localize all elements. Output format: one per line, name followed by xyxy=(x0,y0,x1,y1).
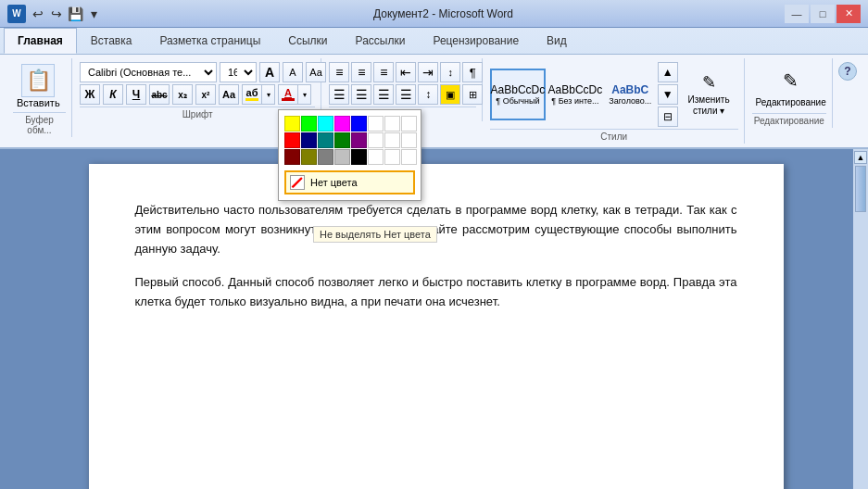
editing-group-label: Редактирование xyxy=(752,113,826,126)
paste-button[interactable]: 📋 Вставить xyxy=(13,62,64,110)
styles-scroll-down-button[interactable]: ▼ xyxy=(658,84,678,105)
fontcolor-color-bar xyxy=(282,98,295,101)
tab-page-layout[interactable]: Разметка страницы xyxy=(145,28,274,54)
fontcolor-dropdown-arrow[interactable]: ▾ xyxy=(297,84,310,105)
italic-button[interactable]: К xyxy=(103,84,123,105)
color-white2[interactable] xyxy=(384,116,400,132)
color-purple[interactable] xyxy=(351,132,367,148)
show-marks-button[interactable]: ¶ xyxy=(462,62,483,82)
color-magenta[interactable] xyxy=(334,116,350,132)
font-name-select[interactable]: Calibri (Основная те... xyxy=(80,62,217,82)
customize-qa-button[interactable]: ▾ xyxy=(85,6,102,22)
tab-view[interactable]: Вид xyxy=(533,28,581,54)
color-white8[interactable] xyxy=(384,149,400,165)
style-heading1-label: Заголово... xyxy=(609,96,651,106)
color-blue[interactable] xyxy=(351,116,367,132)
undo-button[interactable]: ↩ xyxy=(30,6,46,22)
font-controls: Calibri (Основная те... 16 A A Аа Ж К Ч xyxy=(80,62,326,105)
decrease-indent-button[interactable]: ⇤ xyxy=(396,62,416,82)
style-normal[interactable]: AaBbCcDc ¶ Обычный xyxy=(490,69,546,120)
color-light-gray[interactable] xyxy=(334,149,350,165)
color-bright-green[interactable] xyxy=(301,116,317,132)
bullets-button[interactable]: ≡ xyxy=(329,62,349,82)
styles-group-label: Стили xyxy=(490,129,738,142)
styles-more-button[interactable]: ⊟ xyxy=(658,107,678,127)
help-button[interactable]: ? xyxy=(835,58,861,84)
tab-home[interactable]: Главная xyxy=(4,28,77,54)
align-center-button[interactable]: ☰ xyxy=(351,84,371,105)
multilevel-button[interactable]: ≡ xyxy=(373,62,394,82)
highlight-dropdown-arrow[interactable]: ▾ xyxy=(261,84,274,105)
close-button[interactable]: ✕ xyxy=(837,5,861,23)
color-white7[interactable] xyxy=(368,149,384,165)
fontcolor-button[interactable]: А xyxy=(279,84,297,105)
shading-button[interactable]: ▣ xyxy=(440,84,460,105)
color-white9[interactable] xyxy=(401,149,417,165)
scroll-up-button[interactable]: ▲ xyxy=(854,151,867,164)
font-shrink-button[interactable]: A xyxy=(283,62,303,82)
minimize-button[interactable]: — xyxy=(785,5,809,23)
change-styles-button[interactable]: ✎ Изменить стили ▾ xyxy=(680,72,738,117)
color-white6[interactable] xyxy=(401,132,417,148)
tab-mailings[interactable]: Рассылки xyxy=(342,28,420,54)
document-page[interactable]: Действительно часто пользователям требуе… xyxy=(89,164,784,489)
color-grid xyxy=(284,116,415,165)
save-button[interactable]: 💾 xyxy=(67,6,83,22)
font-row1: Calibri (Основная те... 16 A A Аа xyxy=(80,62,326,82)
color-teal[interactable] xyxy=(318,132,333,148)
color-white1[interactable] xyxy=(368,116,384,132)
superscript-button[interactable]: x² xyxy=(195,84,216,105)
editing-button[interactable]: ✎ Редактирование xyxy=(752,62,830,111)
vertical-scrollbar[interactable]: ▲ xyxy=(853,149,868,489)
styles-scroll-up-button[interactable]: ▲ xyxy=(658,62,678,82)
para-row2: ☰ ☰ ☰ ☰ ↕ ▣ ⊞ xyxy=(329,84,483,105)
align-right-button[interactable]: ☰ xyxy=(373,84,394,105)
group-paragraph-content: ≡ ≡ ≡ ⇤ ⇥ ↕ ¶ ☰ ☰ ☰ ☰ ↕ ▣ xyxy=(329,62,476,105)
color-dark-blue[interactable] xyxy=(301,132,317,148)
clear-format-button[interactable]: Аа xyxy=(219,84,239,105)
bold-button[interactable]: Ж xyxy=(80,84,100,105)
style-heading1[interactable]: AaBbC Заголово... xyxy=(605,69,656,120)
tab-insert[interactable]: Вставка xyxy=(77,28,146,54)
window-title: Документ2 - Microsoft Word xyxy=(102,7,785,20)
increase-indent-button[interactable]: ⇥ xyxy=(418,62,438,82)
line-spacing-button[interactable]: ↕ xyxy=(418,84,438,105)
color-dark-red[interactable] xyxy=(284,149,300,165)
color-red[interactable] xyxy=(284,132,300,148)
color-yellow[interactable] xyxy=(284,116,300,132)
highlight-color-bar xyxy=(245,98,258,101)
strikethrough-button[interactable]: abc xyxy=(149,84,170,105)
font-size-select[interactable]: 16 xyxy=(220,62,257,82)
color-black[interactable] xyxy=(351,149,367,165)
page-container: Действительно часто пользователям требуе… xyxy=(19,149,853,489)
border-button[interactable]: ⊞ xyxy=(462,84,483,105)
align-left-button[interactable]: ☰ xyxy=(329,84,349,105)
style-no-spacing[interactable]: AaBbCcDc ¶ Без инте... xyxy=(547,69,603,120)
color-white4[interactable] xyxy=(368,132,384,148)
highlight-letter: аб xyxy=(246,88,258,98)
color-white3[interactable] xyxy=(401,116,417,132)
group-editing: ✎ Редактирование Редактирование xyxy=(747,58,833,128)
style-heading1-preview: AaBbC xyxy=(611,83,648,96)
color-cyan[interactable] xyxy=(318,116,333,132)
maximize-button[interactable]: □ xyxy=(811,5,835,23)
subscript-button[interactable]: x₂ xyxy=(172,84,193,105)
sort-button[interactable]: ↕ xyxy=(440,62,460,82)
align-justify-button[interactable]: ☰ xyxy=(396,84,416,105)
clipboard-group-label: Буфер обм... xyxy=(13,112,66,135)
color-white5[interactable] xyxy=(384,132,400,148)
color-green[interactable] xyxy=(334,132,350,148)
tab-references[interactable]: Ссылки xyxy=(274,28,341,54)
tab-review[interactable]: Рецензирование xyxy=(419,28,533,54)
underline-button[interactable]: Ч xyxy=(126,84,146,105)
numbering-button[interactable]: ≡ xyxy=(351,62,371,82)
paragraph-controls: ≡ ≡ ≡ ⇤ ⇥ ↕ ¶ ☰ ☰ ☰ ☰ ↕ ▣ xyxy=(329,62,483,105)
paste-icon: 📋 xyxy=(21,64,55,97)
highlight-button[interactable]: аб xyxy=(243,84,261,105)
scroll-thumb[interactable] xyxy=(855,166,866,212)
color-dark-gray[interactable] xyxy=(318,149,333,165)
redo-button[interactable]: ↪ xyxy=(48,6,65,22)
font-grow-button[interactable]: A xyxy=(259,62,280,82)
no-color-button[interactable]: Нет цвета xyxy=(284,170,415,194)
color-olive[interactable] xyxy=(301,149,317,165)
